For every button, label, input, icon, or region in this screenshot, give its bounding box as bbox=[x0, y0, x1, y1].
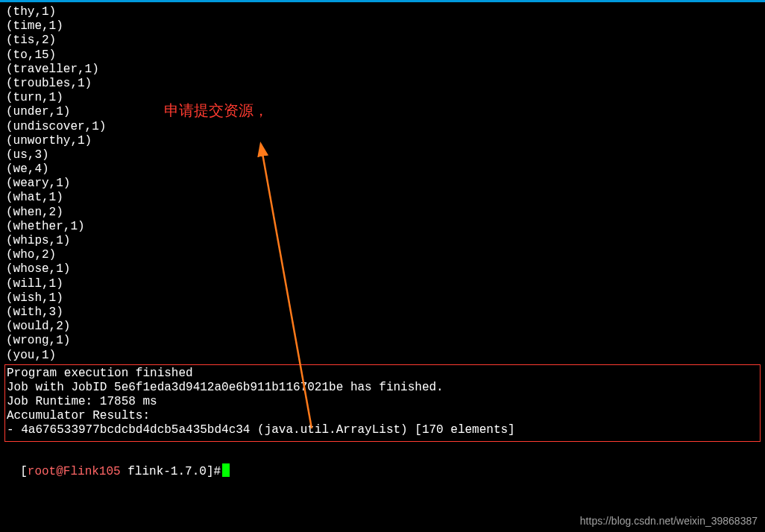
output-line: (wish,1) bbox=[6, 291, 759, 305]
shell-prompt[interactable]: [root@Flink105 flink-1.7.0]# bbox=[0, 449, 765, 479]
output-line: (would,2) bbox=[6, 320, 759, 334]
output-line: (weary,1) bbox=[6, 177, 759, 191]
output-line: (whips,1) bbox=[6, 234, 759, 248]
prompt-hash: # bbox=[213, 465, 221, 478]
output-line: (wrong,1) bbox=[6, 334, 759, 348]
output-line: (tis,2) bbox=[6, 34, 759, 48]
prompt-host: Flink105 bbox=[63, 465, 121, 478]
output-line: (when,2) bbox=[6, 206, 759, 220]
output-line: (turn,1) bbox=[6, 91, 759, 105]
output-line: (unworthy,1) bbox=[6, 134, 759, 148]
prompt-at: @ bbox=[56, 465, 63, 478]
output-line: (to,15) bbox=[6, 48, 759, 63]
output-line: (who,2) bbox=[6, 248, 759, 262]
terminal-output: (thy,1) (time,1) (tis,2) (to,15) (travel… bbox=[0, 2, 765, 363]
output-line: (time,1) bbox=[6, 19, 759, 34]
cursor-icon bbox=[222, 463, 230, 477]
output-line: (undiscover,1) bbox=[6, 120, 759, 134]
output-line: (traveller,1) bbox=[6, 63, 759, 77]
output-line: (you,1) bbox=[6, 349, 759, 363]
output-line: (whose,1) bbox=[6, 262, 759, 276]
output-line: (us,3) bbox=[6, 148, 759, 162]
output-line: (will,1) bbox=[6, 277, 759, 291]
result-line: Job Runtime: 17858 ms bbox=[7, 395, 758, 409]
output-line: (troubles,1) bbox=[6, 77, 759, 91]
output-line: (under,1) bbox=[6, 105, 759, 119]
prompt-space bbox=[121, 465, 128, 478]
result-line: Program execution finished bbox=[7, 367, 758, 381]
output-line: (with,3) bbox=[6, 305, 759, 320]
output-line: (we,4) bbox=[6, 162, 759, 177]
result-highlight-box: Program execution finished Job with JobI… bbox=[4, 364, 761, 442]
result-line: Accumulator Results: bbox=[7, 409, 758, 423]
output-line: (what,1) bbox=[6, 191, 759, 205]
prompt-open-bracket: [ bbox=[20, 465, 28, 478]
watermark-text: https://blog.csdn.net/weixin_39868387 bbox=[580, 515, 758, 528]
prompt-path: flink-1.7.0 bbox=[128, 465, 207, 478]
result-line: Job with JobID 5e6f1eda3d9412a0e6b911b11… bbox=[7, 381, 758, 395]
prompt-user: root bbox=[28, 465, 56, 478]
output-line: (thy,1) bbox=[6, 5, 759, 19]
output-line: (whether,1) bbox=[6, 220, 759, 234]
result-line: - 4a676533977bcdcbd4dcb5a435bd4c34 (java… bbox=[7, 423, 758, 437]
